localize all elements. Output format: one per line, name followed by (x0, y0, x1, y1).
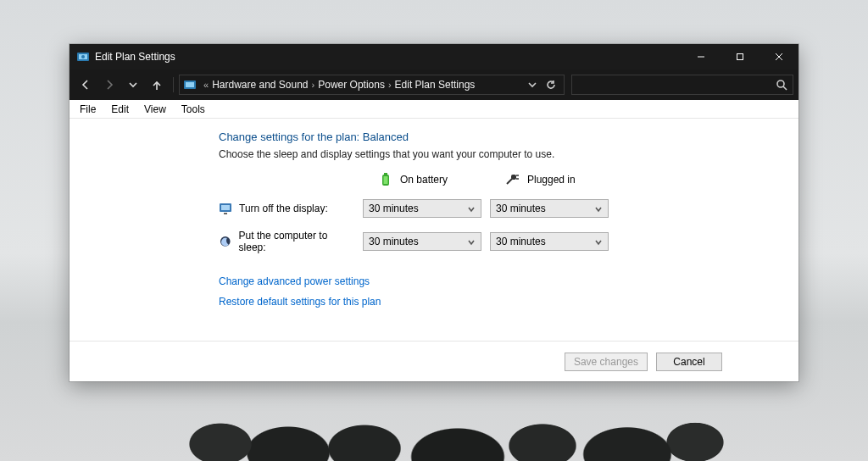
chevron-right-icon: › (312, 80, 315, 90)
sleep-battery-combo[interactable]: 30 minutes (363, 232, 481, 251)
edit-plan-settings-window: Edit Plan Settings « (70, 44, 798, 381)
chevron-down-icon (467, 237, 476, 246)
close-button[interactable] (760, 44, 798, 69)
column-header-battery: On battery (363, 172, 481, 187)
combo-value: 30 minutes (369, 236, 419, 247)
display-battery-combo[interactable]: 30 minutes (363, 199, 481, 218)
search-input[interactable] (577, 79, 776, 91)
minimize-button[interactable] (682, 44, 721, 69)
restore-defaults-link[interactable]: Restore default settings for this plan (219, 296, 778, 308)
control-panel-icon (183, 78, 197, 92)
menu-tools[interactable]: Tools (175, 102, 212, 117)
desktop-wallpaper-rocks (0, 385, 868, 461)
row-label-text: Put the computer to sleep: (239, 230, 354, 253)
forward-button[interactable] (98, 74, 120, 96)
chevron-down-icon (467, 204, 476, 213)
sleep-icon (219, 235, 232, 248)
cancel-button[interactable]: Cancel (656, 353, 722, 371)
breadcrumb-item[interactable]: Hardware and Sound (212, 79, 308, 91)
nav-toolbar: « Hardware and Sound › Power Options › E… (70, 69, 798, 100)
address-bar[interactable]: « Hardware and Sound › Power Options › E… (179, 75, 565, 95)
combo-value: 30 minutes (496, 203, 546, 214)
page-heading: Change settings for the plan: Balanced (219, 131, 778, 143)
save-changes-button[interactable]: Save changes (565, 353, 648, 371)
breadcrumb-prefix: « (203, 80, 209, 90)
menu-file[interactable]: File (73, 102, 103, 117)
breadcrumb-item[interactable]: Power Options (318, 79, 385, 91)
column-header-label: Plugged in (527, 174, 576, 186)
combo-value: 30 minutes (496, 236, 546, 247)
svg-line-11 (783, 86, 787, 90)
row-label-text: Turn off the display: (239, 203, 328, 214)
svg-rect-20 (224, 213, 227, 214)
search-box[interactable] (571, 75, 793, 95)
column-header-plugged: Plugged in (490, 172, 609, 187)
breadcrumb-item[interactable]: Edit Plan Settings (395, 79, 476, 91)
window-title: Edit Plan Settings (95, 51, 175, 63)
separator (173, 77, 174, 92)
menu-edit[interactable]: Edit (104, 102, 136, 117)
svg-rect-14 (384, 176, 388, 184)
chevron-down-icon (594, 204, 603, 213)
display-icon (219, 202, 232, 215)
row-label-display: Turn off the display: (219, 202, 354, 215)
footer-buttons: Save changes Cancel (70, 341, 798, 381)
up-button[interactable] (146, 74, 168, 96)
chevron-right-icon: › (388, 80, 392, 90)
svg-point-2 (81, 55, 85, 58)
display-plugged-combo[interactable]: 30 minutes (490, 199, 609, 218)
chevron-down-icon (594, 237, 603, 246)
search-icon (776, 79, 787, 91)
sleep-plugged-combo[interactable]: 30 minutes (490, 232, 609, 251)
recent-locations-button[interactable] (122, 74, 144, 96)
links-section: Change advanced power settings Restore d… (219, 275, 778, 308)
svg-rect-15 (511, 175, 516, 180)
row-label-sleep: Put the computer to sleep: (219, 230, 354, 253)
battery-icon (378, 172, 393, 187)
combo-value: 30 minutes (369, 203, 419, 214)
back-button[interactable] (75, 74, 97, 96)
page-description: Choose the sleep and display settings th… (219, 148, 778, 160)
svg-rect-19 (221, 205, 230, 210)
address-dropdown-button[interactable] (523, 75, 542, 94)
svg-rect-13 (384, 173, 387, 175)
maximize-button[interactable] (721, 44, 760, 69)
control-panel-icon (76, 50, 90, 64)
settings-grid: On battery Plugged in Turn off the displ… (219, 172, 778, 253)
svg-rect-9 (186, 82, 194, 87)
column-header-label: On battery (400, 174, 448, 186)
titlebar[interactable]: Edit Plan Settings (70, 44, 798, 69)
plug-icon (505, 172, 520, 187)
svg-rect-4 (737, 54, 743, 60)
content-area: Change settings for the plan: Balanced C… (70, 119, 798, 381)
menu-bar: File Edit View Tools (70, 100, 798, 119)
svg-point-10 (777, 81, 784, 87)
advanced-settings-link[interactable]: Change advanced power settings (219, 275, 778, 287)
menu-view[interactable]: View (137, 102, 173, 117)
refresh-button[interactable] (542, 75, 560, 94)
